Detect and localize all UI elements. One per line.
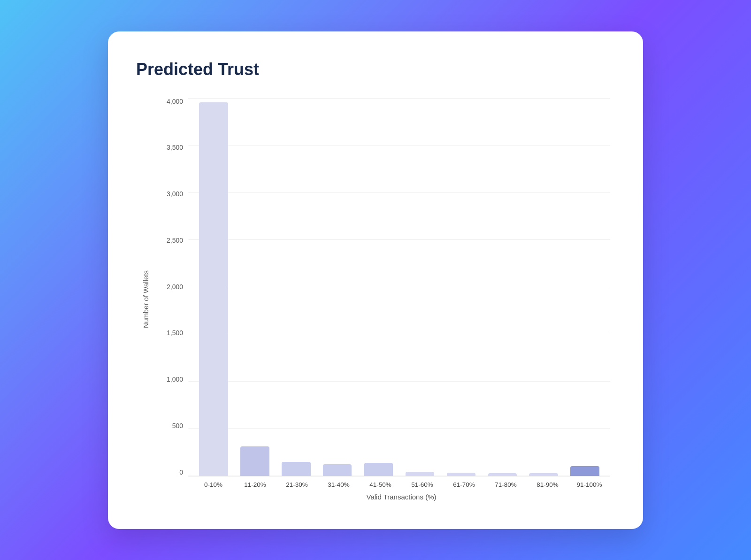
chart-title: Predicted Trust: [136, 60, 610, 79]
bars-row: [188, 98, 610, 476]
bar-group: [358, 98, 399, 476]
bars-container: [188, 98, 610, 476]
x-tick-label: 61-70%: [443, 481, 485, 488]
y-tick-label: 1,000: [167, 376, 183, 383]
chart-inner: Number of Wallets 05001,0001,5002,0002,5…: [136, 98, 610, 501]
x-axis-label: Valid Transactions (%): [160, 493, 610, 501]
bar: [406, 472, 435, 476]
x-tick-label: 11-20%: [234, 481, 276, 488]
x-tick-label: 51-60%: [401, 481, 443, 488]
x-tick-label: 81-90%: [527, 481, 568, 488]
y-tick-label: 3,500: [167, 144, 183, 151]
bar-group: [193, 98, 234, 476]
bar: [323, 464, 352, 476]
bar-group: [523, 98, 564, 476]
x-tick-label: 31-40%: [318, 481, 360, 488]
y-tick-label: 500: [172, 422, 183, 429]
bar-group: [317, 98, 358, 476]
x-tick-label: 91-100%: [568, 481, 610, 488]
y-tick-label: 2,500: [167, 237, 183, 244]
bar: [447, 473, 476, 476]
x-tick-label: 0-10%: [192, 481, 234, 488]
x-tick-label: 41-50%: [360, 481, 401, 488]
bar-group: [564, 98, 605, 476]
x-tick-label: 71-80%: [485, 481, 527, 488]
bar-group: [440, 98, 482, 476]
y-tick-label: 1,500: [167, 330, 183, 336]
bar-group: [276, 98, 317, 476]
x-axis-labels: 0-10%11-20%21-30%31-40%41-50%51-60%61-70…: [160, 481, 610, 488]
chart-content: 05001,0001,5002,0002,5003,0003,5004,000 …: [160, 98, 610, 501]
bars-and-yaxis: 05001,0001,5002,0002,5003,0003,5004,000: [160, 98, 610, 476]
y-tick-label: 4,000: [167, 98, 183, 105]
y-tick-label: 0: [179, 469, 183, 476]
bar: [282, 462, 311, 476]
bar: [364, 463, 393, 476]
chart-area: Number of Wallets 05001,0001,5002,0002,5…: [136, 98, 610, 501]
y-axis-label-container: Number of Wallets: [136, 98, 155, 501]
bar-group: [234, 98, 276, 476]
bar: [488, 473, 517, 476]
bar: [529, 473, 558, 476]
y-axis-label: Number of Wallets: [142, 270, 150, 328]
bar-group: [482, 98, 523, 476]
bar-group: [399, 98, 441, 476]
bar: [570, 466, 599, 476]
y-tick-label: 2,000: [167, 284, 183, 290]
x-tick-label: 21-30%: [276, 481, 318, 488]
y-axis-ticks: 05001,0001,5002,0002,5003,0003,5004,000: [160, 98, 188, 476]
bar: [240, 446, 269, 476]
y-tick-label: 3,000: [167, 191, 183, 197]
chart-card: Predicted Trust Number of Wallets 05001,…: [108, 31, 643, 529]
bar: [199, 102, 228, 476]
